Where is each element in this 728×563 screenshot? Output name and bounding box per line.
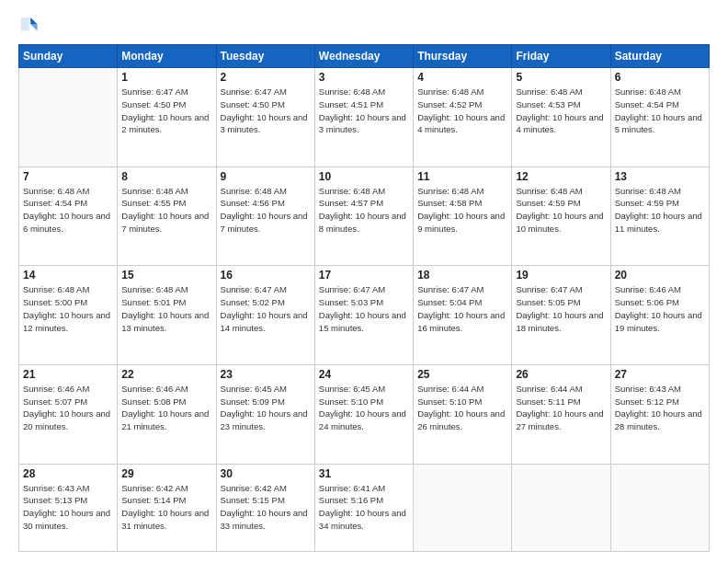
day-number: 23	[221, 368, 311, 381]
calendar-cell: 2Sunrise: 6:47 AM Sunset: 4:50 PM Daylig…	[216, 68, 314, 167]
day-info: Sunrise: 6:48 AM Sunset: 4:59 PM Dayligh…	[615, 185, 705, 236]
calendar-cell: 11Sunrise: 6:48 AM Sunset: 4:58 PM Dayli…	[414, 167, 512, 266]
calendar-cell: 17Sunrise: 6:47 AM Sunset: 5:03 PM Dayli…	[314, 266, 413, 365]
calendar-cell: 24Sunrise: 6:45 AM Sunset: 5:10 PM Dayli…	[314, 364, 413, 464]
day-number: 14	[23, 269, 113, 282]
day-info: Sunrise: 6:48 AM Sunset: 4:52 PM Dayligh…	[417, 86, 507, 136]
day-info: Sunrise: 6:48 AM Sunset: 4:51 PM Dayligh…	[319, 86, 409, 136]
day-info: Sunrise: 6:42 AM Sunset: 5:14 PM Dayligh…	[121, 482, 211, 533]
calendar-cell: 22Sunrise: 6:46 AM Sunset: 5:08 PM Dayli…	[118, 364, 216, 464]
day-number: 4	[417, 71, 507, 84]
day-number: 11	[417, 170, 507, 183]
calendar-week-row: 14Sunrise: 6:48 AM Sunset: 5:00 PM Dayli…	[19, 266, 710, 365]
day-number: 1	[121, 71, 211, 84]
calendar-cell: 15Sunrise: 6:48 AM Sunset: 5:01 PM Dayli…	[118, 266, 216, 365]
day-number: 24	[319, 368, 409, 381]
calendar-week-row: 21Sunrise: 6:46 AM Sunset: 5:07 PM Dayli…	[19, 364, 710, 464]
calendar-cell: 10Sunrise: 6:48 AM Sunset: 4:57 PM Dayli…	[314, 167, 413, 266]
calendar-cell: 13Sunrise: 6:48 AM Sunset: 4:59 PM Dayli…	[610, 167, 709, 266]
logo-icon	[18, 15, 39, 35]
calendar-cell: 18Sunrise: 6:47 AM Sunset: 5:04 PM Dayli…	[414, 266, 512, 365]
calendar-cell	[512, 464, 610, 552]
day-info: Sunrise: 6:48 AM Sunset: 4:57 PM Dayligh…	[319, 185, 409, 236]
day-info: Sunrise: 6:48 AM Sunset: 4:54 PM Dayligh…	[615, 86, 705, 136]
day-number: 31	[319, 467, 409, 480]
day-info: Sunrise: 6:48 AM Sunset: 4:54 PM Dayligh…	[23, 185, 113, 236]
weekday-header: Friday	[512, 45, 610, 68]
day-number: 20	[615, 269, 705, 282]
calendar-cell: 8Sunrise: 6:48 AM Sunset: 4:55 PM Daylig…	[118, 167, 216, 266]
calendar-cell: 20Sunrise: 6:46 AM Sunset: 5:06 PM Dayli…	[610, 266, 709, 365]
day-info: Sunrise: 6:48 AM Sunset: 4:56 PM Dayligh…	[221, 185, 311, 236]
calendar-cell: 12Sunrise: 6:48 AM Sunset: 4:59 PM Dayli…	[512, 167, 610, 266]
weekday-header: Monday	[118, 45, 216, 68]
calendar-cell: 31Sunrise: 6:41 AM Sunset: 5:16 PM Dayli…	[314, 464, 413, 552]
day-number: 18	[417, 269, 507, 282]
calendar-cell: 30Sunrise: 6:42 AM Sunset: 5:15 PM Dayli…	[216, 464, 314, 552]
day-info: Sunrise: 6:48 AM Sunset: 4:55 PM Dayligh…	[121, 185, 211, 236]
day-number: 12	[516, 170, 606, 183]
day-number: 28	[23, 467, 113, 480]
calendar-cell: 23Sunrise: 6:45 AM Sunset: 5:09 PM Dayli…	[216, 364, 314, 464]
weekday-header: Thursday	[414, 45, 512, 68]
svg-marker-0	[30, 17, 37, 24]
day-number: 17	[319, 269, 409, 282]
day-number: 22	[121, 368, 211, 381]
day-number: 3	[319, 71, 409, 84]
calendar-cell: 5Sunrise: 6:48 AM Sunset: 4:53 PM Daylig…	[512, 68, 610, 167]
weekday-header: Wednesday	[314, 45, 413, 68]
day-number: 10	[319, 170, 409, 183]
calendar-cell: 1Sunrise: 6:47 AM Sunset: 4:50 PM Daylig…	[118, 68, 216, 167]
day-number: 26	[516, 368, 606, 381]
day-number: 29	[121, 467, 211, 480]
weekday-header: Saturday	[610, 45, 709, 68]
day-info: Sunrise: 6:47 AM Sunset: 4:50 PM Dayligh…	[221, 86, 311, 136]
day-number: 15	[121, 269, 211, 282]
day-info: Sunrise: 6:43 AM Sunset: 5:13 PM Dayligh…	[23, 482, 113, 533]
day-info: Sunrise: 6:48 AM Sunset: 5:00 PM Dayligh…	[23, 283, 113, 334]
day-info: Sunrise: 6:48 AM Sunset: 4:53 PM Dayligh…	[516, 86, 606, 136]
calendar-cell	[610, 464, 709, 552]
day-number: 25	[417, 368, 507, 381]
day-info: Sunrise: 6:45 AM Sunset: 5:10 PM Dayligh…	[319, 383, 409, 433]
calendar-cell: 19Sunrise: 6:47 AM Sunset: 5:05 PM Dayli…	[512, 266, 610, 365]
calendar-cell: 27Sunrise: 6:43 AM Sunset: 5:12 PM Dayli…	[610, 364, 709, 464]
calendar-week-row: 28Sunrise: 6:43 AM Sunset: 5:13 PM Dayli…	[19, 464, 710, 552]
day-info: Sunrise: 6:45 AM Sunset: 5:09 PM Dayligh…	[221, 383, 311, 433]
calendar-cell: 14Sunrise: 6:48 AM Sunset: 5:00 PM Dayli…	[19, 266, 118, 365]
day-info: Sunrise: 6:41 AM Sunset: 5:16 PM Dayligh…	[319, 482, 409, 533]
logo	[18, 15, 40, 35]
weekday-header: Sunday	[19, 45, 118, 68]
day-info: Sunrise: 6:48 AM Sunset: 4:58 PM Dayligh…	[417, 185, 507, 236]
day-info: Sunrise: 6:46 AM Sunset: 5:06 PM Dayligh…	[615, 283, 705, 334]
day-number: 7	[23, 170, 113, 183]
day-info: Sunrise: 6:48 AM Sunset: 5:01 PM Dayligh…	[121, 283, 211, 334]
calendar-cell: 26Sunrise: 6:44 AM Sunset: 5:11 PM Dayli…	[512, 364, 610, 464]
page: SundayMondayTuesdayWednesdayThursdayFrid…	[0, 0, 728, 563]
day-number: 9	[221, 170, 311, 183]
day-number: 13	[615, 170, 705, 183]
calendar-cell: 25Sunrise: 6:44 AM Sunset: 5:10 PM Dayli…	[414, 364, 512, 464]
day-info: Sunrise: 6:47 AM Sunset: 4:50 PM Dayligh…	[121, 86, 211, 136]
day-number: 5	[516, 71, 606, 84]
day-info: Sunrise: 6:47 AM Sunset: 5:02 PM Dayligh…	[221, 283, 311, 334]
day-info: Sunrise: 6:46 AM Sunset: 5:08 PM Dayligh…	[121, 383, 211, 433]
day-info: Sunrise: 6:47 AM Sunset: 5:03 PM Dayligh…	[319, 283, 409, 334]
calendar-cell: 9Sunrise: 6:48 AM Sunset: 4:56 PM Daylig…	[216, 167, 314, 266]
weekday-header: Tuesday	[216, 45, 314, 68]
day-number: 27	[615, 368, 705, 381]
day-number: 30	[221, 467, 311, 480]
day-number: 21	[23, 368, 113, 381]
day-info: Sunrise: 6:43 AM Sunset: 5:12 PM Dayligh…	[615, 383, 705, 433]
svg-rect-2	[21, 17, 29, 31]
calendar-header-row: SundayMondayTuesdayWednesdayThursdayFrid…	[19, 45, 710, 68]
calendar-cell: 28Sunrise: 6:43 AM Sunset: 5:13 PM Dayli…	[19, 464, 118, 552]
calendar-table: SundayMondayTuesdayWednesdayThursdayFrid…	[18, 44, 710, 552]
day-number: 2	[221, 71, 311, 84]
day-number: 8	[121, 170, 211, 183]
calendar-cell: 21Sunrise: 6:46 AM Sunset: 5:07 PM Dayli…	[19, 364, 118, 464]
calendar-cell	[19, 68, 118, 167]
calendar-cell	[414, 464, 512, 552]
day-info: Sunrise: 6:44 AM Sunset: 5:10 PM Dayligh…	[417, 383, 507, 433]
day-number: 6	[615, 71, 705, 84]
